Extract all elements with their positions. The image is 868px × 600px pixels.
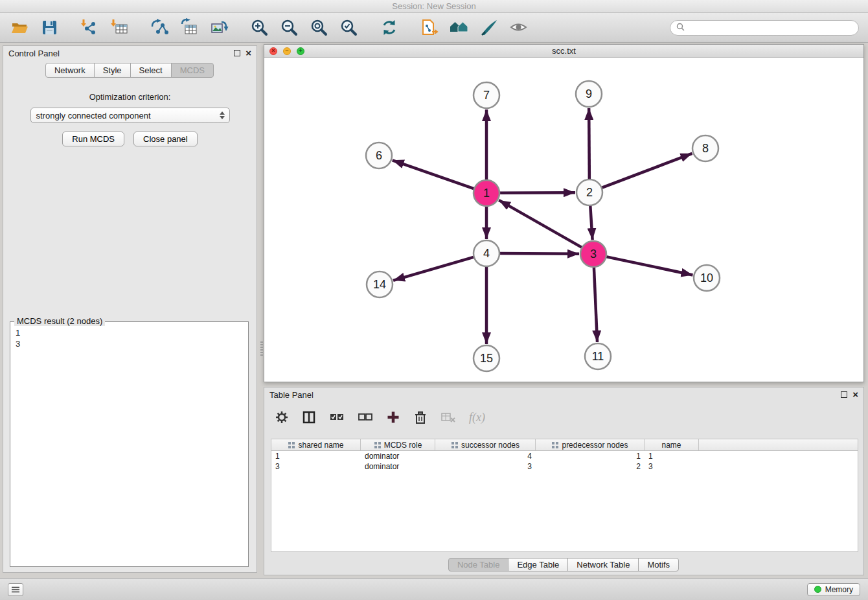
run-mcds-button[interactable]: Run MCDS [62,132,124,146]
mcds-result-title: MCDS result (2 nodes) [14,316,105,326]
node-table-header: shared name MCDS role successor nodes pr… [271,439,858,451]
memory-status-icon [814,586,821,593]
status-menu-button[interactable] [8,583,23,596]
cell-predecessor-nodes[interactable]: 2 [536,462,645,471]
network-canvas[interactable]: 7968124314101511 [264,58,863,382]
graph-node-label: 14 [373,278,386,291]
zoom-in-icon[interactable] [249,17,271,39]
tab-mcds[interactable]: MCDS [171,63,214,78]
mcds-result-item[interactable]: 3 [16,338,243,349]
deselect-all-rows-icon[interactable] [358,410,373,424]
apply-style-icon[interactable] [478,17,500,39]
save-session-icon[interactable] [39,17,61,39]
table-row[interactable]: 3 dominator 3 2 3 [271,461,858,472]
cell-successor-nodes[interactable]: 3 [435,462,536,471]
open-session-icon[interactable] [9,17,31,39]
maximize-window-icon[interactable]: + [297,47,304,55]
graph-node-label: 9 [586,87,592,100]
import-table-icon[interactable] [109,17,131,39]
graph-node-label: 10 [700,271,713,284]
graph-edge-1-6[interactable] [393,160,474,189]
graph-edge-2-8[interactable] [602,154,692,188]
tab-edge-table[interactable]: Edge Table [508,558,568,571]
criterion-dropdown[interactable]: strongly connected component [30,108,230,123]
cell-mcds-role[interactable]: dominator [361,452,435,461]
table-row[interactable]: 1 dominator 4 1 1 [271,451,858,461]
cell-name[interactable]: 3 [645,462,699,471]
float-table-panel-icon[interactable] [841,391,847,398]
network-from-document-icon[interactable] [418,17,440,39]
column-header-predecessor-nodes[interactable]: predecessor nodes [536,439,645,450]
tab-node-table[interactable]: Node Table [448,558,509,571]
status-bar: Memory [0,578,868,600]
splitter-grip[interactable] [260,341,263,356]
show-columns-icon[interactable] [302,410,316,424]
window-title: Session: New Session [392,1,475,11]
control-panel: Control Panel × Network Style Select MCD… [3,45,257,573]
zoom-out-icon[interactable] [279,17,301,39]
select-all-rows-icon[interactable] [329,410,345,424]
cell-successor-nodes[interactable]: 4 [435,452,536,461]
column-type-icon [451,441,459,449]
column-header-name[interactable]: name [645,439,699,450]
new-table-icon[interactable] [179,17,201,39]
column-type-icon [374,441,382,449]
network-view-window: × − + scc.txt 7968124314101511 [264,44,864,382]
show-hide-panels-icon[interactable] [508,17,530,39]
memory-label: Memory [825,585,853,594]
refresh-view-icon[interactable] [378,17,400,39]
graph-node-label: 3 [590,248,597,260]
graph-edge-4-3[interactable] [499,253,579,254]
cell-mcds-role[interactable]: dominator [361,462,435,471]
search-input[interactable] [688,23,852,32]
toolbar-search[interactable] [670,20,859,36]
delete-rows-icon[interactable] [413,410,428,424]
cell-shared-name[interactable]: 1 [271,452,361,461]
new-network-icon[interactable] [149,17,171,39]
table-settings-icon[interactable] [275,410,289,424]
export-image-icon[interactable] [209,17,231,39]
tab-network[interactable]: Network [45,63,95,78]
graph-edge-2-9[interactable] [589,108,589,179]
delete-table-icon [440,410,456,424]
graph-edge-3-10[interactable] [606,257,693,275]
home-layout-icon[interactable] [448,17,470,39]
graph-edge-1-2[interactable] [499,192,575,193]
cell-name[interactable]: 1 [645,452,699,461]
mcds-result-item[interactable]: 1 [16,327,243,338]
add-row-icon[interactable] [386,410,400,424]
mcds-result-list: 1 3 [10,322,248,354]
tab-style[interactable]: Style [94,63,131,78]
column-header-mcds-role[interactable]: MCDS role [361,439,435,450]
network-window-titlebar[interactable]: × − + scc.txt [264,45,863,58]
mcds-result-box: MCDS result (2 nodes) 1 3 [10,321,249,567]
table-panel: Table Panel × [264,387,864,575]
tab-select[interactable]: Select [130,63,172,78]
table-panel-tabs: Node Table Edge Table Network Table Moti… [264,558,863,571]
graph-edge-2-3[interactable] [590,205,592,240]
cell-shared-name[interactable]: 3 [271,462,361,471]
column-header-shared-name[interactable]: shared name [271,439,361,450]
cell-predecessor-nodes[interactable]: 1 [536,452,645,461]
float-panel-icon[interactable] [234,50,240,56]
close-window-icon[interactable]: × [269,47,277,55]
close-panel-icon[interactable]: × [246,50,251,56]
zoom-fit-icon[interactable] [308,17,330,39]
workspace: Control Panel × Network Style Select MCD… [0,43,868,578]
minimize-window-icon[interactable]: − [283,47,291,55]
close-table-panel-icon[interactable]: × [852,391,858,398]
tab-network-table[interactable]: Network Table [567,558,639,571]
control-panel-tabs: Network Style Select MCDS [3,63,257,78]
zoom-selected-icon[interactable] [338,17,360,39]
graph-node-label: 7 [483,89,490,102]
column-header-successor-nodes[interactable]: successor nodes [435,439,536,450]
memory-button[interactable]: Memory [807,583,860,596]
close-panel-button[interactable]: Close panel [133,132,198,146]
graph-edge-3-1[interactable] [499,200,582,248]
tab-motifs[interactable]: Motifs [638,558,679,571]
table-panel-title: Table Panel [269,390,314,400]
graph-edge-4-14[interactable] [393,257,474,281]
import-network-icon[interactable] [79,17,101,39]
graph-edge-3-11[interactable] [594,267,597,342]
function-builder-icon: f(x) [469,411,485,424]
